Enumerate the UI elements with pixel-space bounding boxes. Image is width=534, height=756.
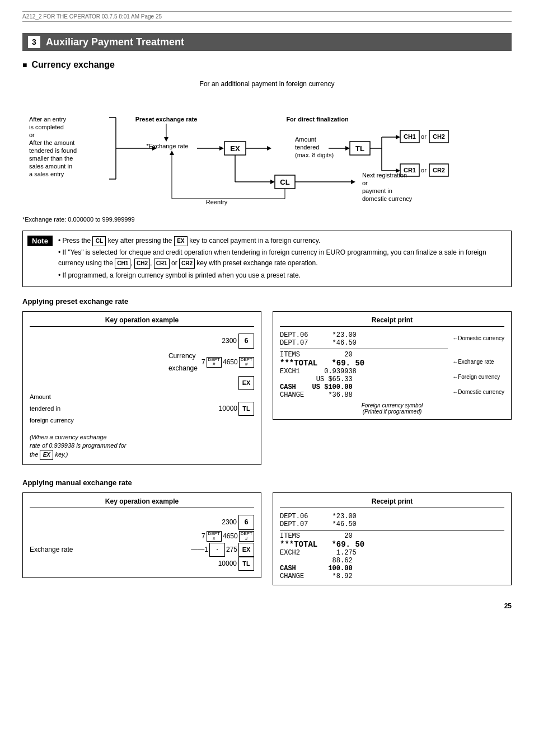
receipt-line-change: CHANGE *36.88 — [280, 391, 448, 399]
manual-key-op-col: Key operation example 2300 6 7 DEPT# 465… — [22, 492, 261, 585]
manual-dept2: DEPT# — [239, 531, 254, 542]
note-line-2: • If "Yes" is selected for cheque and cr… — [58, 247, 507, 269]
receipt-line-exch1: EXCH1 0.939938 — [280, 368, 448, 375]
svg-text:tendered is found: tendered is found — [29, 147, 77, 154]
svg-text:For direct finalization: For direct finalization — [286, 116, 349, 123]
receipt-line-usdamt: US $65.33 — [280, 375, 448, 383]
svg-text:TL: TL — [355, 144, 364, 153]
manual-receipt-lines: DEPT.06 *23.00 DEPT.07 *46.50 ITEMS 20 *… — [280, 513, 504, 580]
receipt-line-dept07: DEPT.07 *46.50 — [280, 339, 448, 347]
svg-text:Reentry: Reentry — [206, 199, 228, 205]
svg-text:*Exchange rate: *Exchange rate — [146, 143, 188, 149]
cr2-key: CR2 — [179, 259, 195, 269]
manual-receipt-dept06: DEPT.06 *23.00 — [280, 513, 504, 520]
svg-text:is completed: is completed — [29, 124, 64, 130]
ann-domestic: ←Domestic currency — [452, 335, 504, 341]
key-op-row-2: Currencyexchange 7 DEPT# 4650 DEPT# — [30, 350, 254, 375]
manual-receipt-box: Receipt print DEPT.06 *23.00 DEPT.07 *46… — [273, 492, 512, 585]
ann-foreign: ←Foreign currency — [452, 374, 504, 380]
ex-key: EX — [174, 236, 188, 246]
svg-text:sales amount in: sales amount in — [29, 163, 72, 170]
manual-key-6: 6 — [238, 515, 254, 530]
exchange-rate-note: *Exchange rate: 0.000000 to 999.999999 — [22, 216, 512, 223]
preset-key-ops: 2300 6 Currencyexchange 7 DEPT# 4650 DEP… — [30, 331, 254, 430]
svg-text:or: or — [421, 167, 427, 173]
receipt-with-ann: DEPT.06 *23.00 DEPT.07 *46.50 ITEMS 20 *… — [280, 331, 504, 399]
exchange-rate-label-manual: Exchange rate — [30, 543, 73, 556]
svg-text:Amount: Amount — [295, 136, 316, 143]
cl-key: CL — [92, 236, 106, 246]
manual-example-box: Key operation example 2300 6 7 DEPT# 465… — [22, 492, 261, 577]
manual-2300: 2300 — [222, 516, 237, 529]
svg-text:CH1: CH1 — [404, 133, 416, 140]
svg-text:smaller than the: smaller than the — [29, 155, 73, 162]
key-4650: 4650 — [223, 356, 238, 369]
manual-4650: 4650 — [223, 530, 238, 543]
svg-text:or: or — [421, 133, 427, 140]
svg-text:payment in: payment in — [362, 187, 392, 194]
manual-receipt-col: Receipt print DEPT.06 *23.00 DEPT.07 *46… — [273, 492, 512, 585]
svg-marker-35 — [396, 135, 400, 139]
manual-key-ops: 2300 6 7 DEPT# 4650 DEPT# Exchange rate — [30, 513, 254, 572]
key-10000: 10000 — [219, 402, 237, 415]
svg-marker-16 — [164, 137, 168, 142]
flow-diagram: After an entry is completed or After the… — [22, 92, 512, 212]
row2-keys: 7 DEPT# 4650 DEPT# — [202, 356, 254, 369]
diagram-caption: For an additional payment in foreign cur… — [22, 80, 512, 88]
manual-receipt-title: Receipt print — [280, 497, 504, 508]
tl-key: TL — [238, 402, 254, 416]
subsection-title: Currency exchange — [22, 60, 512, 70]
svg-text:CR2: CR2 — [433, 167, 445, 173]
amount-tendered-label: Amounttendered inforeign currency — [30, 391, 74, 426]
svg-marker-54 — [351, 180, 355, 184]
manual-row-4: 10000 TL — [30, 557, 254, 571]
receipt-footnote: Foreign currency symbol(Printed if progr… — [280, 402, 504, 415]
manual-receipt-exch2: EXCH2 1.275 — [280, 549, 504, 557]
svg-text:or: or — [29, 132, 35, 138]
currency-exchange-label: Currencyexchange — [168, 350, 198, 375]
preset-section: Applying preset exchange rate Key operat… — [22, 297, 512, 466]
svg-text:After an entry: After an entry — [29, 116, 67, 123]
ch2-key: CH2 — [134, 259, 150, 269]
cr1-key: CR1 — [154, 259, 170, 269]
svg-text:CH2: CH2 — [433, 133, 445, 140]
note-box: Note • Press the CL key after pressing t… — [22, 231, 512, 287]
svg-text:a sales entry: a sales entry — [29, 171, 64, 177]
manual-receipt-change: CHANGE *8.92 — [280, 572, 504, 580]
manual-row-1: 2300 6 — [30, 515, 254, 530]
note-content: • Press the CL key after pressing the EX… — [58, 236, 507, 282]
preset-key-op-col: Key operation example 2300 6 Currencyexc… — [22, 311, 261, 466]
key-op-row-1: 2300 6 — [30, 334, 254, 349]
svg-text:CL: CL — [280, 178, 289, 186]
svg-text:(max. 8 digits): (max. 8 digits) — [295, 152, 334, 158]
manual-receipt-88: 88.62 — [280, 557, 504, 565]
manual-dept1: DEPT# — [207, 531, 222, 542]
preset-two-col: Key operation example 2300 6 Currencyexc… — [22, 311, 512, 466]
svg-text:After the amount: After the amount — [29, 139, 74, 146]
ex-key-manual: EX — [238, 543, 254, 557]
receipt-line-cash: CASH US $100.00 — [280, 383, 448, 391]
manual-receipt-total: ***TOTAL *69. 50 — [280, 540, 504, 549]
svg-text:EX: EX — [230, 144, 240, 153]
preset-footnote: (When a currency exchangerate of 0.93993… — [30, 433, 254, 461]
doc-ref: A212_2 FOR THE OPERATOR 03.7.5 8:01 AM P… — [22, 13, 162, 20]
page-number: 25 — [22, 602, 512, 610]
manual-10000: 10000 — [218, 557, 237, 570]
svg-marker-50 — [270, 180, 275, 184]
dept-key-1: DEPT# — [207, 357, 222, 368]
manual-arrow: ——1 — [191, 543, 208, 556]
manual-section: Applying manual exchange rate Key operat… — [22, 478, 512, 585]
ann-domestic2: ←Domestic currency — [452, 389, 504, 395]
manual-example-title: Key operation example — [30, 497, 254, 508]
row4-keys: 10000 TL — [219, 402, 254, 416]
key-op-num-1: 2300 — [222, 335, 237, 348]
svg-text:or: or — [362, 180, 368, 186]
preset-receipt-col: Receipt print DEPT.06 *23.00 DEPT.07 *46… — [273, 311, 512, 466]
preset-example-title: Key operation example — [30, 316, 254, 327]
section-header: 3 Auxiliary Payment Treatment — [22, 33, 512, 51]
dot-key: · — [209, 543, 225, 557]
key-op-row-4: Amounttendered inforeign currency 10000 … — [30, 391, 254, 426]
note-line-1: • Press the CL key after pressing the EX… — [58, 236, 507, 246]
ex-key-footnote: EX — [40, 450, 53, 460]
svg-text:domestic currency: domestic currency — [362, 195, 413, 202]
